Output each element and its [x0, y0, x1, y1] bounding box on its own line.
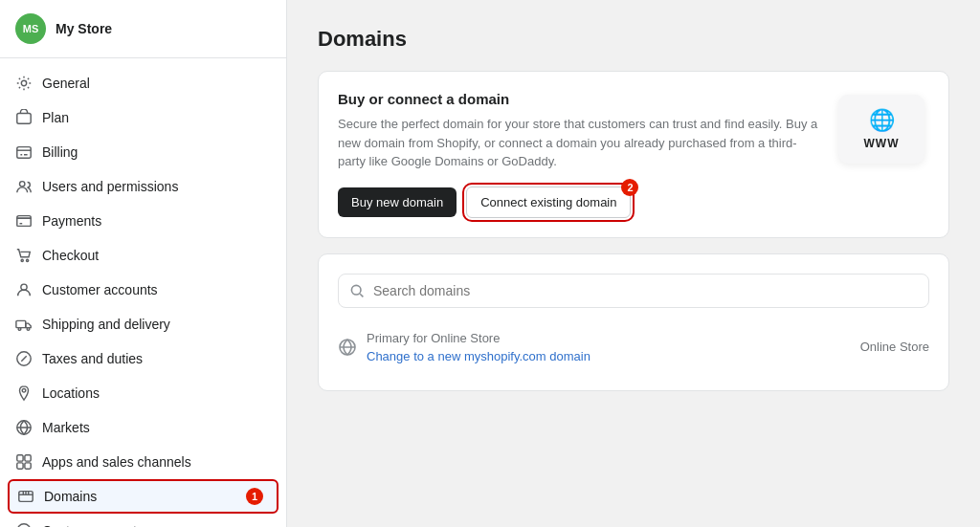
svg-point-12: [22, 389, 26, 393]
svg-point-0: [21, 80, 26, 85]
svg-point-3: [20, 182, 25, 187]
sidebar-item-billing-label: Billing: [42, 144, 78, 160]
svg-rect-16: [17, 463, 23, 469]
page-title: Domains: [318, 27, 949, 52]
sidebar-item-shipping[interactable]: Shipping and delivery: [0, 307, 286, 341]
search-domains-input[interactable]: [338, 274, 929, 308]
www-text: WWW: [864, 137, 900, 150]
svg-point-9: [18, 328, 21, 331]
search-wrap: [338, 274, 929, 308]
sidebar-item-customer-accounts[interactable]: Customer accounts: [0, 273, 286, 307]
sidebar-item-markets[interactable]: Markets: [0, 410, 286, 445]
www-box: 🌐 WWW: [838, 95, 924, 164]
svg-point-20: [351, 285, 361, 295]
sidebar: MS My Store General Plan: [0, 0, 287, 527]
store-name: My Store: [56, 21, 112, 36]
svg-rect-2: [17, 147, 31, 159]
domains-badge: 1: [246, 488, 263, 505]
sidebar-item-plan[interactable]: Plan: [0, 100, 286, 135]
svg-rect-1: [17, 114, 31, 124]
markets-icon: [15, 419, 33, 436]
domain-change-link[interactable]: Change to a new myshopify.com domain: [367, 349, 590, 363]
users-icon: [15, 178, 33, 195]
sidebar-item-apps[interactable]: Apps and sales channels: [0, 445, 286, 479]
globe-icon: 🌐: [869, 108, 895, 133]
sidebar-item-plan-label: Plan: [42, 110, 69, 125]
connect-domain-button[interactable]: Connect existing domain: [466, 187, 631, 218]
payments-icon: [15, 212, 33, 230]
domain-store-label: Online Store: [860, 340, 929, 354]
billing-icon: [15, 143, 33, 161]
sidebar-item-customer-accounts-label: Customer accounts: [42, 282, 158, 297]
plan-icon: [15, 109, 33, 126]
nav-list: General Plan Billing: [0, 58, 286, 527]
svg-rect-8: [16, 320, 26, 327]
svg-point-10: [27, 328, 30, 331]
search-icon: [349, 283, 365, 298]
promo-description: Secure the perfect domain for your store…: [338, 115, 818, 171]
sidebar-item-markets-label: Markets: [42, 420, 90, 435]
sidebar-item-payments-label: Payments: [42, 213, 101, 229]
promo-content: Buy or connect a domain Secure the perfe…: [338, 91, 818, 218]
sidebar-item-checkout[interactable]: Checkout: [0, 238, 286, 273]
domain-row-left: Primary for Online Store Change to a new…: [338, 331, 590, 363]
promo-card: Buy or connect a domain Secure the perfe…: [318, 71, 949, 238]
sidebar-item-users-label: Users and permissions: [42, 179, 178, 194]
events-icon: [15, 522, 33, 527]
buy-domain-button[interactable]: Buy new domain: [338, 187, 457, 217]
checkout-icon: [15, 247, 33, 264]
apps-icon: [15, 453, 33, 471]
sidebar-item-customer-events-label: Customer events: [42, 523, 144, 527]
connect-domain-badge: 2: [621, 179, 638, 196]
sidebar-item-taxes-label: Taxes and duties: [42, 351, 143, 366]
settings-icon: [15, 75, 33, 92]
sidebar-item-billing[interactable]: Billing: [0, 135, 286, 169]
domains-icon: [17, 488, 34, 505]
sidebar-item-apps-label: Apps and sales channels: [42, 454, 191, 470]
sidebar-item-customer-events[interactable]: Customer events: [0, 514, 286, 527]
domain-globe-icon: [338, 338, 357, 357]
location-icon: [15, 384, 33, 402]
shipping-icon: [15, 316, 33, 333]
main-content: Domains Buy or connect a domain Secure t…: [287, 0, 980, 527]
domain-info: Primary for Online Store Change to a new…: [367, 331, 590, 363]
promo-actions: Buy new domain Connect existing domain 2: [338, 187, 818, 218]
sidebar-item-taxes[interactable]: Taxes and duties: [0, 341, 286, 376]
sidebar-item-shipping-label: Shipping and delivery: [42, 317, 170, 332]
domains-card: Primary for Online Store Change to a new…: [318, 253, 949, 391]
sidebar-item-payments[interactable]: Payments: [0, 204, 286, 238]
sidebar-item-checkout-label: Checkout: [42, 248, 99, 263]
svg-rect-14: [17, 455, 23, 461]
store-header[interactable]: MS My Store: [0, 0, 286, 58]
sidebar-item-domains[interactable]: Domains 1: [8, 479, 278, 514]
store-avatar: MS: [15, 13, 46, 44]
svg-rect-17: [25, 463, 31, 469]
customer-icon: [15, 281, 33, 298]
domain-row: Primary for Online Store Change to a new…: [338, 323, 929, 371]
sidebar-item-locations-label: Locations: [42, 385, 100, 401]
sidebar-item-domains-label: Domains: [44, 489, 97, 504]
sidebar-item-general-label: General: [42, 76, 90, 91]
sidebar-item-users[interactable]: Users and permissions: [0, 169, 286, 204]
svg-rect-15: [25, 455, 31, 461]
svg-point-5: [21, 259, 23, 261]
taxes-icon: [15, 350, 33, 367]
domain-illustration: 🌐 WWW: [834, 91, 929, 167]
promo-title: Buy or connect a domain: [338, 91, 818, 107]
svg-point-6: [27, 259, 29, 261]
sidebar-item-general[interactable]: General: [0, 66, 286, 100]
svg-rect-4: [17, 218, 31, 226]
sidebar-item-locations[interactable]: Locations: [0, 376, 286, 410]
domain-primary-label: Primary for Online Store: [367, 331, 590, 345]
